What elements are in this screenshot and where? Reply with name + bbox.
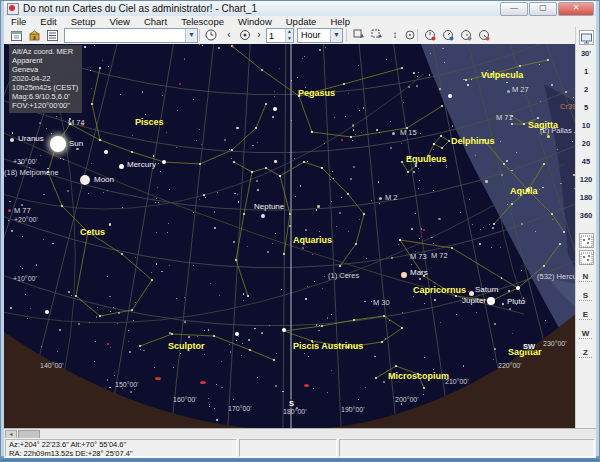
time-play-icon[interactable] — [458, 28, 474, 42]
constellation-line — [70, 104, 266, 164]
time-unit-dropdown-arrow[interactable]: ▼ — [330, 29, 342, 42]
constellation-star — [519, 65, 521, 67]
constellation-star — [273, 359, 275, 361]
direction-button-e[interactable]: E — [579, 310, 592, 320]
search-dropdown-arrow[interactable]: ▼ — [185, 29, 197, 42]
search-input[interactable] — [65, 29, 185, 42]
horizontal-scrollbar[interactable]: ◄ — [4, 428, 596, 438]
menu-item-view[interactable]: View — [103, 16, 137, 27]
constellation-star — [233, 161, 235, 163]
constellation-star — [559, 243, 561, 245]
fov-button-10[interactable]: 10 — [577, 121, 595, 130]
constellation-line — [322, 168, 364, 266]
constellation-star — [121, 253, 123, 255]
constellation-star — [298, 95, 300, 97]
constellation-star — [407, 171, 409, 173]
menu-item-file[interactable]: File — [4, 16, 33, 27]
constellation-star — [131, 309, 133, 311]
constellation-star — [231, 149, 233, 151]
time-step-spinner[interactable]: ▲▼ — [266, 28, 294, 43]
fov-button-30m[interactable]: 30' — [577, 49, 595, 58]
constellation-star — [483, 139, 485, 141]
menu-item-telescope[interactable]: Telescope — [174, 16, 231, 27]
constellation-star — [61, 205, 63, 207]
constellation-star — [339, 265, 341, 267]
close-button[interactable]: ✕ — [558, 2, 594, 16]
fov-button-2[interactable]: 2 — [577, 85, 595, 94]
constellation-star — [99, 67, 101, 69]
observatory-icon[interactable] — [26, 28, 42, 42]
constellation-star — [47, 171, 49, 173]
constellation-star — [527, 189, 529, 191]
direction-button-s[interactable]: S — [579, 291, 592, 301]
constellation-star — [491, 73, 493, 75]
menu-item-chart[interactable]: Chart — [137, 16, 174, 27]
fov-side-panel: 30'125102045120180360NSEWZ — [575, 27, 596, 428]
fov-button-180[interactable]: 180 — [577, 193, 595, 202]
constellation-star — [321, 167, 323, 169]
constellation-star — [423, 387, 425, 389]
minimize-button[interactable]: — — [500, 2, 528, 16]
window-title: Do not run Cartes du Ciel as administrat… — [23, 3, 257, 14]
constellation-star — [409, 157, 411, 159]
constellation-line — [312, 106, 442, 137]
sky-chart-canvas[interactable]: PegasusPiscesEquuleusDelphinusVulpeculaS… — [4, 44, 578, 428]
constellation-star — [441, 147, 443, 149]
constellation-star — [440, 135, 442, 137]
menu-item-edit[interactable]: Edit — [33, 16, 63, 27]
app-icon — [7, 3, 19, 15]
calendar-icon[interactable] — [8, 28, 24, 42]
time-step-back-icon[interactable] — [422, 28, 438, 42]
constellation-star — [69, 123, 71, 125]
constellation-line — [400, 240, 518, 288]
spinner-down-icon[interactable]: ▼ — [286, 36, 293, 43]
fov-button-360[interactable]: 360 — [577, 211, 595, 220]
menu-item-setup[interactable]: Setup — [64, 16, 103, 27]
time-next-button[interactable]: › — [251, 28, 267, 42]
search-combobox[interactable]: ▼ — [64, 28, 198, 43]
monitor-icon[interactable] — [579, 30, 594, 45]
time-prev-button[interactable]: ‹ — [221, 28, 237, 42]
fov-button-1[interactable]: 1 — [577, 67, 595, 76]
constellation-star — [451, 247, 453, 249]
direction-button-w[interactable]: W — [579, 329, 592, 339]
maximize-button[interactable]: ▢ — [529, 2, 557, 16]
clock-icon[interactable] — [203, 28, 219, 42]
constellation-star — [423, 275, 425, 277]
constellation-star — [303, 161, 305, 163]
menu-item-window[interactable]: Window — [231, 16, 279, 27]
link-chart-icon[interactable] — [351, 28, 367, 42]
constellation-star — [265, 103, 267, 105]
center-target-icon[interactable] — [402, 28, 418, 42]
fov-button-20[interactable]: 20 — [577, 139, 595, 148]
constellation-line — [402, 158, 416, 172]
constellation-star — [517, 287, 519, 289]
time-forward-icon[interactable] — [476, 28, 492, 42]
menu-item-help[interactable]: Help — [323, 16, 357, 27]
constellation-line — [428, 136, 449, 156]
time-unit-combobox[interactable]: Hour ▼ — [297, 28, 343, 43]
constellation-star — [87, 231, 89, 233]
constellation-star — [199, 163, 201, 165]
constellation-star — [381, 341, 383, 343]
fov-button-45[interactable]: 45 — [577, 157, 595, 166]
object-list-icon[interactable] — [44, 28, 60, 42]
direction-button-z[interactable]: Z — [579, 348, 592, 358]
fov-button-120[interactable]: 120 — [577, 175, 595, 184]
constellation-star — [511, 203, 513, 205]
fov-button-5[interactable]: 5 — [577, 103, 595, 112]
constellation-star — [401, 67, 403, 69]
constellation-star — [283, 253, 285, 255]
direction-button-n[interactable]: N — [579, 272, 592, 282]
menu-item-update[interactable]: Update — [279, 16, 324, 27]
time-pause-icon[interactable] — [440, 28, 456, 42]
updown-icon[interactable]: ↕ — [387, 28, 403, 42]
constellation-star — [399, 239, 401, 241]
time-step-value[interactable] — [267, 29, 285, 42]
constellation-star — [139, 345, 141, 347]
chart-mode-icon-a[interactable] — [579, 233, 594, 248]
chart-mode-icon-b[interactable] — [579, 250, 594, 265]
constellation-star — [511, 115, 513, 117]
link-all-charts-icon[interactable] — [369, 28, 385, 42]
constellation-line — [376, 366, 424, 388]
